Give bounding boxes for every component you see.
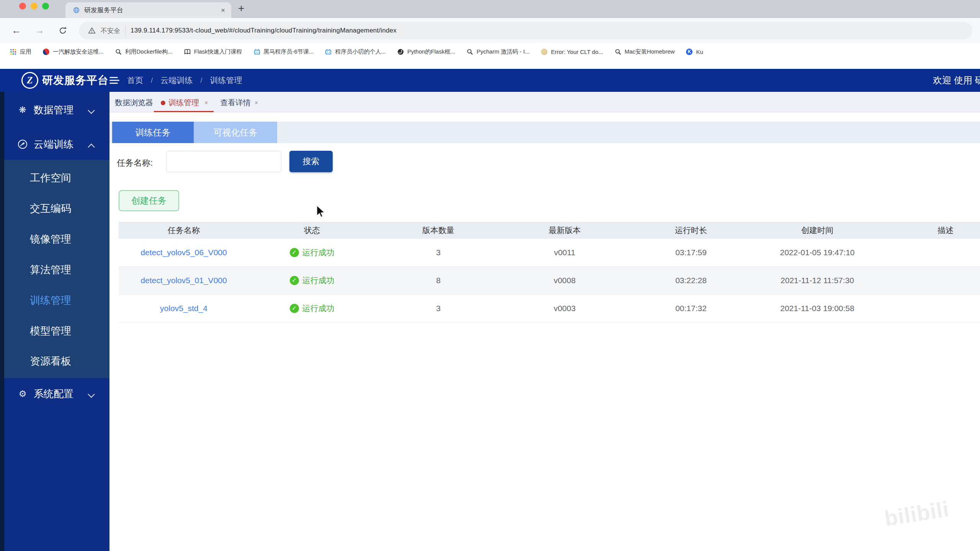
- cloud-training-icon: [18, 139, 28, 149]
- k-circle-favicon: K: [686, 49, 693, 55]
- latest-version: v0008: [501, 276, 628, 285]
- magnifier-favicon: [115, 49, 122, 55]
- app-brand: Z 研发服务平台: [21, 69, 109, 92]
- bookmark-apps[interactable]: 应用: [10, 48, 31, 55]
- run-duration: 00:17:32: [628, 304, 754, 313]
- task-table: 任务名称 状态 版本数量 最新版本 运行时长 创建时间 描述 detect_yo…: [119, 222, 980, 323]
- subtab-training-tasks[interactable]: 训练任务: [112, 122, 194, 143]
- bookmark-item[interactable]: K Ku: [686, 49, 703, 55]
- col-run-duration: 运行时长: [628, 225, 754, 236]
- bilibili-tv-favicon: [254, 49, 260, 55]
- bookmark-item[interactable]: Flask快速入门课程: [184, 48, 242, 55]
- sidebar-item-resource-dashboard[interactable]: 资源看板: [4, 352, 109, 370]
- apps-grid-icon: [10, 49, 16, 55]
- doge-favicon: [541, 49, 547, 55]
- traffic-light-zoom-button[interactable]: [42, 3, 49, 10]
- task-name-link[interactable]: detect_yolov5_01_V000: [119, 276, 249, 285]
- browser-nav-icons: ← →: [11, 18, 67, 43]
- breadcrumb-training-management[interactable]: 训练管理: [210, 75, 242, 86]
- bookmark-item[interactable]: 利用Dockerfile构...: [115, 48, 173, 55]
- gear-icon: ⚙: [18, 390, 28, 398]
- table-header-row: 任务名称 状态 版本数量 最新版本 运行时长 创建时间 描述: [119, 222, 980, 239]
- bookmark-item[interactable]: 黑马程序员-6节课...: [254, 48, 314, 55]
- bookmark-item[interactable]: 一汽解放安全运维...: [43, 48, 104, 55]
- run-duration: 03:22:28: [628, 276, 754, 285]
- not-secure-warning-icon: [88, 27, 96, 34]
- bookmark-item[interactable]: 程序员小叨的个人...: [325, 48, 386, 55]
- dark-globe-favicon: [397, 49, 404, 55]
- tab-view-details[interactable]: 查看详情 ×: [220, 98, 258, 108]
- task-name-link[interactable]: detect_yolov5_06_V000: [119, 248, 249, 257]
- success-check-icon: ✓: [290, 276, 299, 285]
- browser-tab-strip: 研发服务平台 × +: [0, 0, 980, 18]
- sidebar-item-algorithm-management[interactable]: 算法管理: [4, 261, 109, 279]
- new-tab-button[interactable]: +: [238, 2, 244, 15]
- sidebar-item-model-management[interactable]: 模型管理: [4, 322, 109, 340]
- breadcrumb-cloud-training[interactable]: 云端训练: [160, 75, 193, 86]
- table-row: detect_yolov5_06_V000 ✓ 运行成功 3 v0011 03:…: [119, 239, 980, 267]
- app-logo: Z: [21, 72, 38, 89]
- book-favicon: [184, 49, 191, 55]
- url-text[interactable]: 139.9.114.179:9533/t-cloud_web/#/cloudTr…: [131, 27, 397, 34]
- task-name-input[interactable]: [166, 151, 281, 172]
- collapse-menu-icon[interactable]: [109, 76, 119, 85]
- breadcrumb-home[interactable]: 首页: [127, 75, 143, 86]
- bookmark-item[interactable]: Error: Your CLT do...: [541, 49, 603, 55]
- tab-close-icon[interactable]: ×: [255, 99, 258, 106]
- col-created-time: 创建时间: [754, 225, 880, 236]
- col-version-count: 版本数量: [375, 225, 501, 236]
- breadcrumb: 首页 / 云端训练 / 训练管理: [109, 69, 242, 92]
- col-latest-version: 最新版本: [501, 225, 628, 236]
- reload-icon[interactable]: [58, 26, 67, 35]
- table-row: detect_yolov5_01_V000 ✓ 运行成功 8 v0008 03:…: [119, 267, 980, 295]
- sidebar-item-interactive-coding[interactable]: 交互编码: [4, 199, 109, 218]
- magnifier-favicon: [615, 49, 621, 55]
- security-label[interactable]: 不安全: [101, 26, 120, 35]
- address-bar[interactable]: 不安全 139.9.114.179:9533/t-cloud_web/#/clo…: [79, 22, 972, 39]
- status-cell: ✓ 运行成功: [249, 303, 375, 314]
- version-count: 8: [375, 276, 501, 285]
- bookmark-item[interactable]: Mac安装Homebrew: [615, 48, 675, 55]
- traffic-light-close-button[interactable]: [19, 3, 26, 10]
- bookmark-item[interactable]: Pycharm 激活码 - I...: [467, 48, 529, 55]
- sidebar-item-workspace[interactable]: 工作空间: [4, 169, 109, 187]
- mouse-cursor: [314, 204, 328, 219]
- breadcrumb-separator: /: [151, 76, 153, 85]
- tab-data-browser[interactable]: 数据浏览器: [115, 98, 153, 108]
- sidebar-item-image-management[interactable]: 镜像管理: [4, 230, 109, 248]
- status-cell: ✓ 运行成功: [249, 275, 375, 286]
- forward-icon[interactable]: →: [35, 26, 44, 35]
- latest-version: v0011: [501, 248, 628, 257]
- bookmark-item[interactable]: Python的Flask框...: [397, 48, 455, 55]
- latest-version: v0003: [501, 304, 628, 313]
- task-name-label: 任务名称:: [117, 157, 153, 169]
- status-cell: ✓ 运行成功: [249, 247, 375, 258]
- traffic-light-minimize-button[interactable]: [31, 3, 38, 10]
- col-description: 描述: [880, 225, 980, 236]
- browser-tab[interactable]: 研发服务平台 ×: [65, 2, 231, 18]
- success-check-icon: ✓: [290, 248, 299, 257]
- created-time: 2021-11-12 11:57:30: [754, 276, 880, 285]
- active-tab-dot-icon: [161, 101, 165, 105]
- version-count: 3: [375, 304, 501, 313]
- create-task-button[interactable]: 创建任务: [119, 190, 179, 211]
- sidebar-item-cloud-training[interactable]: 云端训练: [4, 135, 109, 154]
- sidebar-item-training-management[interactable]: 训练管理: [4, 291, 109, 310]
- search-button[interactable]: 搜索: [289, 151, 333, 172]
- subtab-visualization-tasks[interactable]: 可视化任务: [194, 122, 277, 143]
- run-duration: 03:17:59: [628, 248, 754, 257]
- col-status: 状态: [249, 225, 375, 236]
- tab-title: 研发服务平台: [84, 6, 221, 15]
- tab-close-icon[interactable]: ×: [204, 99, 208, 106]
- data-management-icon: ❋: [18, 106, 28, 114]
- created-time: 2022-01-05 19:47:10: [754, 248, 880, 257]
- sidebar-edge-strip: [0, 92, 4, 551]
- tab-training-management[interactable]: 训练管理 ×: [161, 98, 208, 108]
- task-name-link[interactable]: yolov5_std_4: [119, 304, 249, 313]
- version-count: 3: [375, 248, 501, 257]
- back-icon[interactable]: ←: [11, 26, 21, 35]
- tab-close-icon[interactable]: ×: [221, 7, 225, 14]
- bookmarks-bar: 应用 一汽解放安全运维... 利用Dockerfile构... Flask快速入…: [0, 43, 980, 60]
- table-row: yolov5_std_4 ✓ 运行成功 3 v0003 00:17:32 202…: [119, 295, 980, 323]
- bilibili-tv-favicon: [325, 49, 332, 55]
